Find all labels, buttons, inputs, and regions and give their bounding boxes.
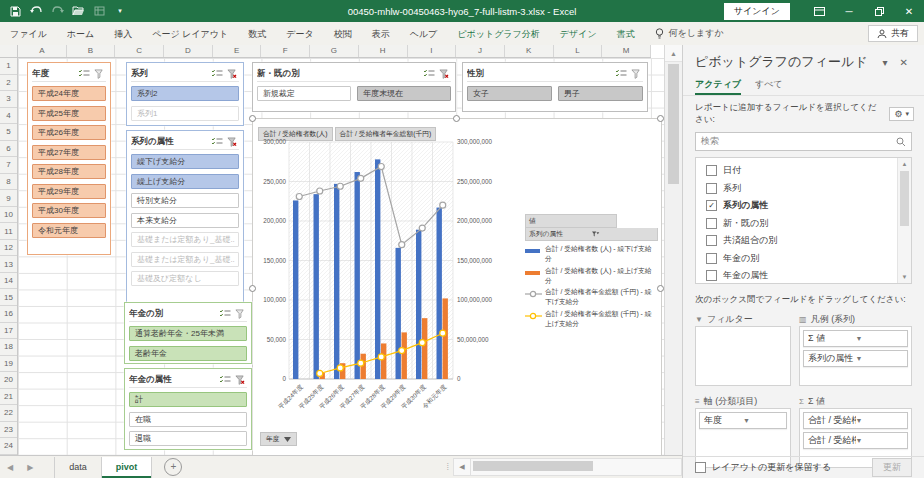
ribbon-tab-11[interactable]: 書式 [607,23,645,45]
chart-axis-field-button[interactable]: 年度 [260,432,297,446]
row-header[interactable]: 24 [0,438,17,455]
selection-handle[interactable] [657,285,664,292]
pane-options-icon[interactable]: ▾ [877,57,894,68]
slicer-item[interactable]: 系列1 [131,106,239,121]
tools-button[interactable]: ⚙▾ [889,107,914,121]
row-header[interactable]: 20 [0,372,17,389]
field-checkbox[interactable] [706,270,717,281]
column-header[interactable]: F [261,45,310,57]
row-header[interactable]: 15 [0,289,17,306]
slicer-item[interactable]: 年度末現在 [357,86,451,101]
field-row-共済組合の別[interactable]: 共済組合の別 [706,232,909,250]
table-icon[interactable] [92,4,106,18]
sheet-nav-right-icon[interactable]: ▶ [20,463,40,472]
ribbon-tab-5[interactable]: データ [276,23,323,45]
row-header[interactable]: 13 [0,256,17,273]
slicer-item[interactable]: 女子 [467,86,552,101]
row-header[interactable]: 11 [0,223,17,240]
slicer-年度[interactable]: 年度平成24年度平成25年度平成26年度平成27年度平成28年度平成29年度平成… [27,62,111,255]
column-header[interactable]: I [408,45,457,57]
field-row-日付[interactable]: 日付 [706,162,909,180]
row-header[interactable]: 22 [0,405,17,422]
clear-filter-icon[interactable] [224,68,239,80]
ribbon-tab-8[interactable]: ヘルプ [400,23,448,45]
tab-split-handle[interactable]: ⁞ [442,462,453,472]
row-header[interactable]: 14 [0,273,17,290]
clear-filter-icon[interactable] [628,68,643,80]
field-checkbox[interactable] [706,218,717,229]
row-header[interactable]: 12 [0,240,17,257]
ribbon-tab-6[interactable]: 校閲 [324,23,362,45]
ribbon-tab-7[interactable]: 表示 [362,23,400,45]
field-list[interactable]: 日付系列✓系列の属性新・既の別共済組合の別年金の別年金の属性 ▲ ▼ [695,157,912,284]
area-field-pill[interactable]: 年度▼ [699,412,787,429]
area-field-pill[interactable]: 合計 / 受給権者数 (人)▼ [803,412,908,429]
clear-filter-icon[interactable] [91,68,106,80]
slicer-item[interactable]: 平成30年度 [32,203,106,218]
column-header[interactable]: D [164,45,213,57]
pivot-chart[interactable]: 合計 / 受給権者数(人)合計 / 受給権者年金総額(千円) 050,00010… [252,118,662,460]
clear-filter-icon[interactable] [232,308,247,320]
field-checkbox[interactable] [706,165,717,176]
tell-me-box[interactable]: 何をしますか [645,27,734,40]
area-box-凡例 (系列)[interactable]: Σ 値▼系列の属性▼ [799,326,912,386]
sign-in-button[interactable]: サインイン [724,3,790,20]
ribbon-tab-3[interactable]: ページ レイアウト [142,23,238,45]
slicer-item[interactable]: 通算老齢年金・25年未満 [129,326,247,341]
area-field-pill[interactable]: Σ 値▼ [803,330,908,347]
row-header[interactable]: 6 [0,141,17,158]
share-button[interactable]: 共有 [868,25,918,42]
slicer-item[interactable]: 平成24年度 [32,86,106,101]
multi-select-icon[interactable] [209,68,224,80]
vertical-scrollbar[interactable]: ▲ [664,45,682,455]
field-row-年金の別[interactable]: 年金の別 [706,250,909,268]
redo-icon[interactable] [50,4,64,18]
column-header[interactable]: K [505,45,554,57]
field-checkbox[interactable] [706,253,717,264]
selection-handle[interactable] [453,115,460,122]
row-header[interactable]: 8 [0,174,17,191]
row-header[interactable]: 21 [0,389,17,406]
new-sheet-button[interactable]: + [164,458,182,476]
open-icon[interactable] [71,4,85,18]
row-header[interactable]: 3 [0,91,17,108]
column-header[interactable]: G [310,45,359,57]
field-row-系列[interactable]: 系列 [706,180,909,198]
row-header[interactable]: 9 [0,190,17,207]
selection-handle[interactable] [249,285,256,292]
field-row-年金の属性[interactable]: 年金の属性 [706,267,909,284]
slicer-item[interactable]: 基礎及び定額なし [131,271,239,286]
field-checkbox[interactable] [706,183,717,194]
slicer-系列[interactable]: 系列系列2系列1 [126,62,244,126]
column-header[interactable]: B [67,45,116,57]
row-header[interactable]: 23 [0,422,17,439]
pane-tab-アクティブ[interactable]: アクティブ [695,75,741,95]
slicer-item[interactable]: 男子 [558,86,643,101]
multi-select-icon[interactable] [217,374,232,386]
clear-filter-icon[interactable] [436,68,451,80]
column-header[interactable]: L [554,45,603,57]
multi-select-icon[interactable] [613,68,628,80]
scroll-left-icon[interactable]: ◀ [453,458,471,476]
undo-icon[interactable] [29,4,43,18]
slicer-item[interactable]: 繰上げ支給分 [131,174,239,189]
row-header[interactable]: 5 [0,124,17,141]
slicer-item[interactable]: 基礎または定額あり_基礎.. [131,252,239,267]
row-header[interactable]: 2 [0,75,17,92]
multi-select-icon[interactable] [421,68,436,80]
field-checkbox[interactable]: ✓ [706,200,717,211]
slicer-item[interactable]: 老齢年金 [129,346,247,361]
ribbon-tab-10[interactable]: デザイン [550,23,607,45]
slicer-item[interactable]: 基礎または定額あり_基礎.. [131,232,239,247]
row-header[interactable]: 16 [0,306,17,323]
ribbon-tab-9[interactable]: ピボットグラフ分析 [447,23,549,45]
close-button[interactable]: ✕ [894,0,924,22]
sheet-tab-data[interactable]: data [54,457,102,478]
save-icon[interactable] [8,4,22,18]
slicer-系列の属性[interactable]: 系列の属性繰下げ支給分繰上げ支給分特別支給分本来支給分基礎または定額あり_基礎.… [126,130,244,306]
defer-layout-checkbox[interactable] [695,462,706,473]
ribbon-tab-file[interactable]: ファイル [0,23,57,45]
field-row-系列の属性[interactable]: ✓系列の属性 [706,197,909,215]
field-list-scrollbar[interactable]: ▲ ▼ [897,158,911,283]
pane-tab-すべて[interactable]: すべて [755,75,783,95]
